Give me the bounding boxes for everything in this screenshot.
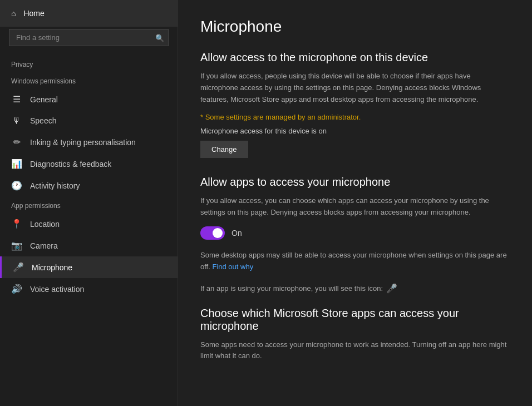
toggle-thumb [213,228,223,238]
microphone-icon: 🎤 [13,262,24,273]
microphone-inline-icon: 🎤 [386,283,397,294]
app-permissions-title: App permissions [0,196,178,213]
inking-icon: ✏ [11,137,22,147]
section2-desc: If you allow access, you can choose whic… [200,195,510,219]
sidebar-item-label: Voice activation [30,285,84,294]
speech-icon: 🎙 [11,116,22,126]
voice-icon: 🔊 [11,284,22,294]
section3-desc: Some apps need to access your microphone… [200,339,510,363]
windows-permissions-title: Windows permissions [0,72,178,88]
sidebar-item-label: Microphone [32,263,72,272]
sidebar-home-label: Home [23,9,44,18]
change-button[interactable]: Change [200,141,248,158]
home-icon: ⌂ [11,9,16,18]
general-icon: ☰ [11,94,22,105]
section2-title: Allow apps to access your microphone [200,176,510,189]
search-input[interactable] [9,29,169,46]
activity-icon: 🕐 [11,180,22,191]
sidebar-item-diagnostics[interactable]: 📊 Diagnostics & feedback [0,153,178,175]
note-text: Some desktop apps may still be able to a… [200,250,510,273]
admin-notice: * Some settings are managed by an admini… [200,113,510,121]
sidebar: ⌂ Home 🔍 Privacy Windows permissions ☰ G… [0,0,178,406]
diagnostics-icon: 📊 [11,159,22,169]
section1-title: Allow access to the microphone on this d… [200,51,510,64]
toggle-label: On [231,229,242,237]
sidebar-item-label: General [30,95,58,104]
location-icon: 📍 [11,219,22,229]
sidebar-item-voice[interactable]: 🔊 Voice activation [0,278,178,300]
sidebar-item-label: Diagnostics & feedback [30,160,111,169]
microphone-toggle[interactable] [200,226,225,240]
sidebar-item-label: Inking & typing personalisation [30,138,136,147]
search-box: 🔍 [9,29,169,46]
sidebar-item-label: Speech [30,116,56,125]
toggle-row: On [200,226,510,240]
sidebar-item-camera[interactable]: 📷 Camera [0,235,178,256]
main-content: Microphone Allow access to the microphon… [178,0,532,406]
sidebar-item-label: Location [30,220,60,229]
camera-icon: 📷 [11,240,22,251]
icon-note-text: If an app is using your microphone, you … [200,284,383,293]
sidebar-item-location[interactable]: 📍 Location [0,213,178,235]
search-icon: 🔍 [155,33,164,42]
sidebar-item-general[interactable]: ☰ General [0,88,178,110]
sidebar-home[interactable]: ⌂ Home [0,0,178,27]
sidebar-item-speech[interactable]: 🎙 Speech [0,110,178,131]
sidebar-item-label: Activity history [30,181,80,190]
sidebar-item-microphone[interactable]: 🎤 Microphone [0,256,178,278]
section1-desc: If you allow access, people using this d… [200,71,510,105]
page-title: Microphone [200,18,510,36]
find-out-why-link[interactable]: Find out why [212,263,253,271]
icon-note: If an app is using your microphone, you … [200,283,510,294]
section3-title: Choose which Microsoft Store apps can ac… [200,307,510,333]
sidebar-item-inking[interactable]: ✏ Inking & typing personalisation [0,131,178,153]
privacy-section-label: Privacy [0,55,178,72]
sidebar-item-label: Camera [30,241,58,250]
device-status: Microphone access for this device is on [200,127,510,135]
sidebar-item-activity[interactable]: 🕐 Activity history [0,175,178,196]
